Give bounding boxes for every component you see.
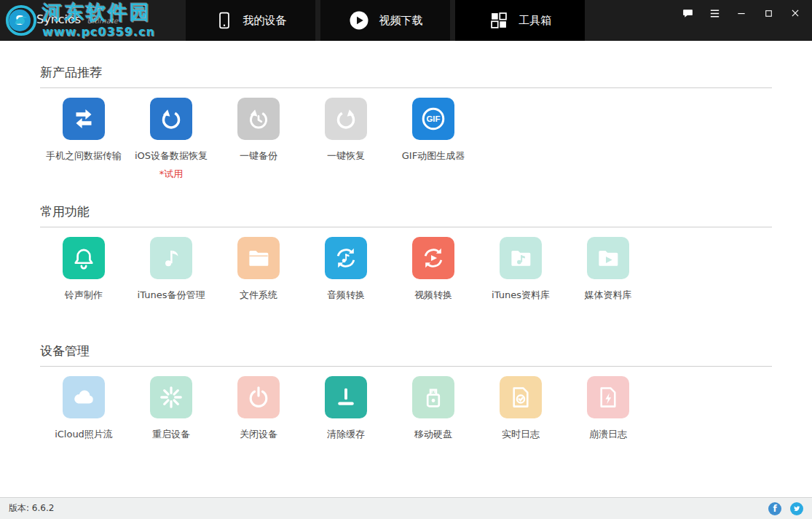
main-tabs: 我的设备 视频下载 工具箱 — [186, 0, 585, 41]
app-edition: Ultimate — [87, 17, 118, 25]
section: 设备管理iCloud照片流重启设备关闭设备清除缓存移动硬盘实时日志崩溃日志 — [40, 343, 772, 462]
tab-label: 工具箱 — [519, 14, 551, 28]
ringtone-icon — [63, 237, 105, 279]
tool-clear-cache[interactable]: 清除缓存 — [302, 376, 390, 462]
tool-label: GIF动图生成器 — [402, 149, 465, 163]
tool-label: iOS设备数据恢复 — [135, 149, 208, 163]
section: 新产品推荐手机之间数据传输iOS设备数据恢复*试用一键备份一键恢复GIFGIF动… — [40, 64, 772, 184]
tool-label: 移动硬盘 — [414, 428, 452, 441]
tab-label: 我的设备 — [243, 14, 287, 28]
itunes-library-icon — [500, 237, 542, 279]
tool-label: iTunes资料库 — [492, 289, 550, 302]
tool-gif-maker[interactable]: GIFGIF动图生成器 — [390, 98, 477, 184]
toolbox-content: 新产品推荐手机之间数据传输iOS设备数据恢复*试用一键备份一键恢复GIFGIF动… — [0, 64, 812, 462]
media-library-icon — [587, 237, 629, 279]
tool-label: 音频转换 — [327, 289, 365, 302]
tools-row: iCloud照片流重启设备关闭设备清除缓存移动硬盘实时日志崩溃日志 — [40, 376, 772, 462]
section-title: 常用功能 — [40, 203, 772, 220]
tool-power-off[interactable]: 关闭设备 — [215, 376, 302, 462]
tool-transfer[interactable]: 手机之间数据传输 — [40, 98, 127, 184]
tool-media-library[interactable]: 媒体资料库 — [564, 237, 652, 323]
statusbar: 版本: 6.6.2 f — [0, 497, 812, 519]
itunes-backup-icon — [150, 237, 192, 279]
ios-recovery-icon — [150, 98, 192, 140]
tool-label: 手机之间数据传输 — [46, 149, 122, 163]
restart-icon — [150, 376, 192, 418]
tool-label: 实时日志 — [502, 428, 540, 441]
gif-maker-icon: GIF — [412, 98, 454, 140]
app-name: Syncios — [36, 12, 81, 26]
tool-label: 崩溃日志 — [589, 428, 627, 441]
tool-label: iCloud照片流 — [55, 428, 113, 441]
maximize-icon[interactable] — [760, 5, 776, 21]
section-divider — [40, 87, 772, 88]
tab-label: 视频下载 — [379, 14, 423, 28]
tool-file-system[interactable]: 文件系统 — [215, 237, 302, 323]
menu-icon[interactable] — [706, 5, 722, 21]
grid-icon — [489, 10, 509, 31]
window-controls — [679, 5, 803, 21]
tool-external-drive[interactable]: 移动硬盘 — [390, 376, 477, 462]
clear-cache-icon — [325, 376, 367, 418]
tool-audio-convert[interactable]: 音频转换 — [302, 237, 390, 323]
svg-text:GIF: GIF — [427, 114, 441, 123]
tool-label: iTunes备份管理 — [138, 289, 205, 302]
video-convert-icon — [412, 237, 454, 279]
close-icon[interactable] — [787, 5, 803, 21]
crash-log-icon — [587, 376, 629, 418]
tab-video-download[interactable]: 视频下载 — [320, 0, 450, 41]
message-icon[interactable] — [679, 5, 695, 21]
tab-my-devices[interactable]: 我的设备 — [186, 0, 315, 41]
file-system-icon — [237, 237, 280, 279]
twitter-icon[interactable] — [790, 502, 803, 515]
tool-label: 清除缓存 — [327, 428, 365, 441]
one-key-restore-icon — [325, 98, 367, 140]
audio-convert-icon — [325, 237, 367, 279]
power-off-icon — [237, 376, 280, 418]
section-title: 新产品推荐 — [40, 64, 772, 81]
tool-one-key-restore[interactable]: 一键恢复 — [302, 98, 390, 184]
transfer-icon — [63, 98, 105, 140]
tool-ios-recovery[interactable]: iOS设备数据恢复*试用 — [127, 98, 215, 184]
tool-label: 关闭设备 — [240, 428, 277, 441]
section-title: 设备管理 — [40, 343, 772, 359]
social-links: f — [768, 502, 803, 515]
tool-itunes-backup[interactable]: iTunes备份管理 — [127, 237, 215, 323]
external-drive-icon — [412, 376, 454, 418]
tool-note: *试用 — [159, 168, 184, 184]
tool-crash-log[interactable]: 崩溃日志 — [564, 376, 652, 462]
tab-toolbox[interactable]: 工具箱 — [455, 0, 585, 41]
play-circle-icon — [348, 9, 370, 31]
smartphone-icon — [215, 9, 234, 31]
realtime-log-icon — [500, 376, 542, 418]
section-divider — [40, 366, 772, 367]
tool-label: 视频转换 — [414, 289, 452, 302]
icloud-photo-icon — [63, 376, 105, 418]
app-logo-icon: S — [9, 9, 31, 31]
tool-label: 重启设备 — [152, 428, 190, 441]
minimize-icon[interactable] — [733, 5, 749, 21]
tool-label: 铃声制作 — [65, 289, 103, 302]
tool-itunes-library[interactable]: iTunes资料库 — [477, 237, 564, 323]
section-divider — [40, 227, 772, 227]
tool-label: 一键恢复 — [327, 149, 365, 163]
tool-video-convert[interactable]: 视频转换 — [390, 237, 477, 323]
section: 常用功能铃声制作iTunes备份管理文件系统音频转换视频转换iTunes资料库媒… — [40, 203, 772, 323]
tools-row: 手机之间数据传输iOS设备数据恢复*试用一键备份一键恢复GIFGIF动图生成器 — [40, 98, 772, 184]
version-label: 版本: 6.6.2 — [9, 502, 54, 515]
tool-one-key-backup[interactable]: 一键备份 — [215, 98, 302, 184]
facebook-icon[interactable]: f — [768, 502, 781, 515]
tools-row: 铃声制作iTunes备份管理文件系统音频转换视频转换iTunes资料库媒体资料库 — [40, 237, 772, 323]
one-key-backup-icon — [237, 98, 280, 140]
tool-label: 媒体资料库 — [585, 289, 632, 302]
tool-realtime-log[interactable]: 实时日志 — [477, 376, 564, 462]
tool-label: 一键备份 — [240, 149, 277, 163]
app-brand: S Syncios Ultimate — [9, 9, 118, 31]
tool-icloud-photo[interactable]: iCloud照片流 — [40, 376, 127, 462]
titlebar: S Syncios Ultimate 我的设备 视频下载 工具箱 — [0, 0, 812, 41]
tool-restart[interactable]: 重启设备 — [127, 376, 215, 462]
tool-ringtone[interactable]: 铃声制作 — [40, 237, 127, 323]
tool-label: 文件系统 — [240, 289, 277, 302]
